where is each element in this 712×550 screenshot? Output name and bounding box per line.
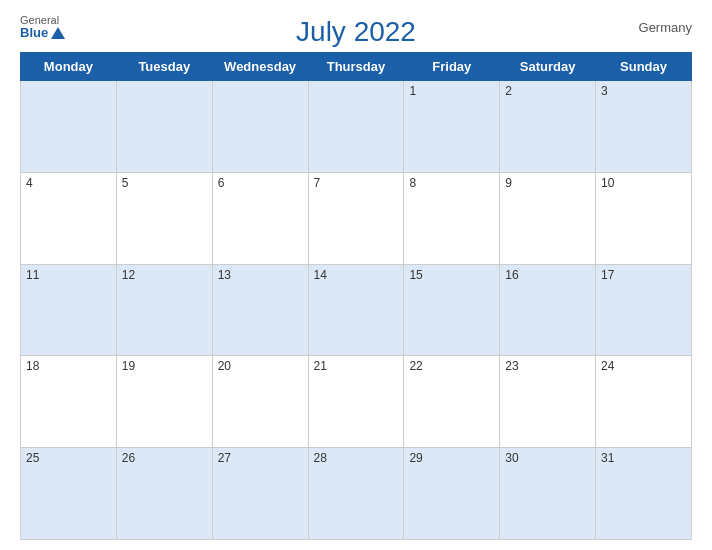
- calendar-cell: 11: [21, 264, 117, 356]
- day-number: 4: [26, 176, 33, 190]
- day-number: 19: [122, 359, 135, 373]
- calendar-cell: 26: [116, 448, 212, 540]
- calendar-cell: 20: [212, 356, 308, 448]
- calendar-cell: 27: [212, 448, 308, 540]
- weekday-header-monday: Monday: [21, 53, 117, 81]
- calendar-cell: 23: [500, 356, 596, 448]
- weekday-header-wednesday: Wednesday: [212, 53, 308, 81]
- calendar-cell: 28: [308, 448, 404, 540]
- calendar-cell: 7: [308, 172, 404, 264]
- calendar-cell: 2: [500, 81, 596, 173]
- calendar-cell: 13: [212, 264, 308, 356]
- calendar-cell: [21, 81, 117, 173]
- calendar-cell: 6: [212, 172, 308, 264]
- day-number: 24: [601, 359, 614, 373]
- day-number: 2: [505, 84, 512, 98]
- day-number: 28: [314, 451, 327, 465]
- day-number: 8: [409, 176, 416, 190]
- day-number: 31: [601, 451, 614, 465]
- day-number: 21: [314, 359, 327, 373]
- calendar-cell: 22: [404, 356, 500, 448]
- calendar-cell: 21: [308, 356, 404, 448]
- day-number: 25: [26, 451, 39, 465]
- day-number: 29: [409, 451, 422, 465]
- calendar-cell: 29: [404, 448, 500, 540]
- calendar-cell: 16: [500, 264, 596, 356]
- weekday-header-thursday: Thursday: [308, 53, 404, 81]
- weekday-header-friday: Friday: [404, 53, 500, 81]
- week-row-3: 11121314151617: [21, 264, 692, 356]
- day-number: 14: [314, 268, 327, 282]
- calendar-header: General Blue July 2022 Germany: [20, 10, 692, 48]
- day-number: 11: [26, 268, 39, 282]
- weekday-header-tuesday: Tuesday: [116, 53, 212, 81]
- day-number: 26: [122, 451, 135, 465]
- calendar-cell: 9: [500, 172, 596, 264]
- calendar-cell: 5: [116, 172, 212, 264]
- week-row-2: 45678910: [21, 172, 692, 264]
- day-number: 12: [122, 268, 135, 282]
- calendar-cell: 1: [404, 81, 500, 173]
- day-number: 3: [601, 84, 608, 98]
- calendar-cell: 8: [404, 172, 500, 264]
- day-number: 9: [505, 176, 512, 190]
- page-title: July 2022: [296, 16, 416, 48]
- day-number: 20: [218, 359, 231, 373]
- day-number: 23: [505, 359, 518, 373]
- week-row-5: 25262728293031: [21, 448, 692, 540]
- day-number: 27: [218, 451, 231, 465]
- calendar-cell: [308, 81, 404, 173]
- calendar-cell: 30: [500, 448, 596, 540]
- day-number: 30: [505, 451, 518, 465]
- weekday-header-saturday: Saturday: [500, 53, 596, 81]
- calendar-table: MondayTuesdayWednesdayThursdayFridaySatu…: [20, 52, 692, 540]
- calendar-cell: 4: [21, 172, 117, 264]
- day-number: 22: [409, 359, 422, 373]
- calendar-cell: 25: [21, 448, 117, 540]
- country-label: Germany: [639, 20, 692, 35]
- calendar-cell: 12: [116, 264, 212, 356]
- day-number: 1: [409, 84, 416, 98]
- calendar-cell: 3: [596, 81, 692, 173]
- day-number: 18: [26, 359, 39, 373]
- calendar-cell: 18: [21, 356, 117, 448]
- calendar-cell: 10: [596, 172, 692, 264]
- calendar-cell: [116, 81, 212, 173]
- week-row-4: 18192021222324: [21, 356, 692, 448]
- calendar-cell: 24: [596, 356, 692, 448]
- week-row-1: 123: [21, 81, 692, 173]
- calendar-cell: [212, 81, 308, 173]
- calendar-cell: 15: [404, 264, 500, 356]
- day-number: 7: [314, 176, 321, 190]
- calendar-cell: 19: [116, 356, 212, 448]
- day-number: 16: [505, 268, 518, 282]
- logo-blue-text: Blue: [20, 26, 65, 40]
- weekday-header-sunday: Sunday: [596, 53, 692, 81]
- day-number: 5: [122, 176, 129, 190]
- header-row: MondayTuesdayWednesdayThursdayFridaySatu…: [21, 53, 692, 81]
- day-number: 15: [409, 268, 422, 282]
- day-number: 13: [218, 268, 231, 282]
- logo: General Blue: [20, 14, 65, 40]
- calendar-cell: 31: [596, 448, 692, 540]
- logo-triangle-icon: [51, 27, 65, 39]
- day-number: 6: [218, 176, 225, 190]
- calendar-cell: 17: [596, 264, 692, 356]
- day-number: 17: [601, 268, 614, 282]
- day-number: 10: [601, 176, 614, 190]
- calendar-cell: 14: [308, 264, 404, 356]
